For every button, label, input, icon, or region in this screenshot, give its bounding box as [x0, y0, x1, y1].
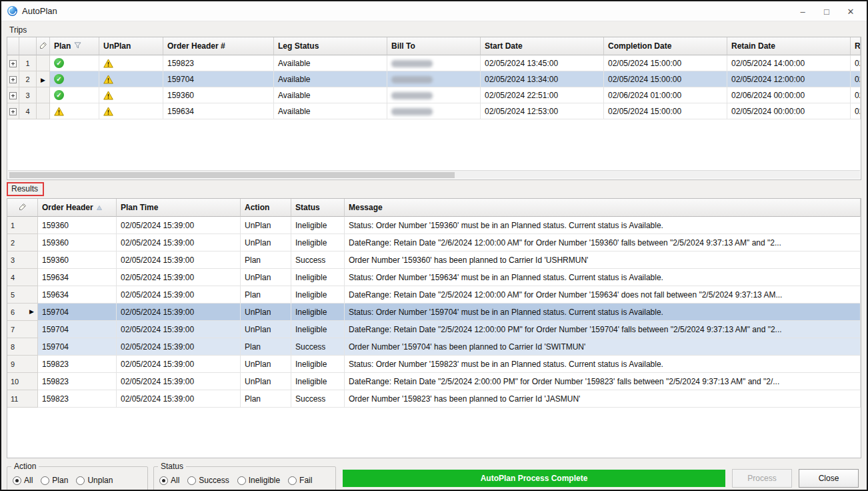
radio-icon [288, 476, 297, 485]
plan-status-cell: ✓ [50, 87, 99, 103]
plan-time-cell: 02/05/2024 15:39:00 [117, 234, 241, 252]
grid-customize-icon[interactable] [37, 37, 50, 55]
message-cell: DateRange: Retain Date "2/5/2024 2:00:00… [345, 373, 861, 390]
redacted-bill-to [391, 76, 433, 83]
row-number-cell: 2 [19, 71, 37, 87]
close-button[interactable]: Close [799, 469, 859, 488]
process-button[interactable]: Process [732, 469, 792, 488]
trips-column-header-plan[interactable]: Plan [50, 37, 99, 55]
plan-time-cell: 02/05/2024 15:39:00 [117, 252, 241, 269]
expand-cell[interactable] [7, 55, 19, 71]
trips-grid: PlanUnPlanOrder Header #Leg StatusBill T… [7, 37, 861, 180]
action-cell: UnPlan [241, 321, 291, 338]
results-column-header-status[interactable]: Status [291, 199, 345, 217]
trips-column-header-retain-date[interactable]: Retain Date [727, 37, 851, 55]
results-group-label: Results [11, 184, 38, 193]
trips-row[interactable]: 3✓159360Available02/05/2024 22:51:0002/0… [7, 87, 861, 103]
bill-to-cell [387, 103, 481, 119]
maximize-button[interactable]: □ [815, 1, 839, 21]
results-row[interactable]: 315936002/05/2024 15:39:00PlanSuccessOrd… [7, 252, 861, 269]
window-controls: – □ ✕ [791, 1, 863, 21]
unplan-status-cell [99, 55, 163, 71]
results-column-header-message[interactable]: Message [345, 199, 861, 217]
trips-horizontal-scrollbar[interactable] [8, 170, 860, 179]
status-cell: Success [291, 252, 345, 269]
radio-label: Success [199, 476, 229, 485]
current-row-marker: ▶ [41, 77, 45, 83]
results-row[interactable]: 6▶15970402/05/2024 15:39:00UnPlanIneligi… [7, 304, 861, 321]
status-radio-all[interactable]: All [159, 476, 179, 485]
expand-plus-icon[interactable] [9, 60, 17, 67]
results-row[interactable]: 1115982302/05/2024 15:39:00PlanSuccessOr… [7, 390, 861, 408]
trips-column-header-completion-date[interactable]: Completion Date [604, 37, 727, 55]
start-date-cell: 02/05/2024 22:51:00 [481, 87, 604, 103]
start-date-cell: 02/05/2024 12:53:00 [481, 103, 604, 119]
results-row[interactable]: 915982302/05/2024 15:39:00UnPlanIneligib… [7, 356, 861, 373]
trips-column-header-order-header[interactable]: Order Header # [163, 37, 274, 55]
close-window-button[interactable]: ✕ [839, 1, 863, 21]
action-cell: UnPlan [241, 234, 291, 252]
action-radio-unplan[interactable]: Unplan [76, 476, 113, 485]
warning-triangle-icon [103, 75, 113, 84]
trips-row[interactable]: 2▶✓159704Available02/05/2024 13:34:0002/… [7, 71, 861, 87]
results-row[interactable]: 715970402/05/2024 15:39:00UnPlanIneligib… [7, 321, 861, 338]
expand-plus-icon[interactable] [9, 76, 17, 83]
action-cell: Plan [241, 338, 291, 356]
row-number-cell: 4 [19, 103, 37, 119]
trips-column-header-r[interactable]: R [851, 37, 861, 55]
order-header-cell: 159823 [38, 356, 117, 373]
status-radio-ineligible[interactable]: Ineligible [237, 476, 280, 485]
progress-bar: AutoPlan Process Complete [343, 470, 725, 487]
trips-row[interactable]: 1✓159823Available02/05/2024 13:45:0002/0… [7, 55, 861, 71]
trips-column-header-start-date[interactable]: Start Date [481, 37, 604, 55]
expand-cell[interactable] [7, 87, 19, 103]
results-row[interactable]: 115936002/05/2024 15:39:00UnPlanIneligib… [7, 217, 861, 234]
results-row[interactable]: 215936002/05/2024 15:39:00UnPlanIneligib… [7, 234, 861, 252]
results-row[interactable]: 1015982302/05/2024 15:39:00UnPlanIneligi… [7, 373, 861, 390]
scrollbar-thumb[interactable] [9, 172, 455, 178]
action-radio-plan[interactable]: Plan [41, 476, 68, 485]
plan-time-cell: 02/05/2024 15:39:00 [117, 338, 241, 356]
title-bar: AutoPlan – □ ✕ [1, 1, 867, 21]
results-grid-body: 115936002/05/2024 15:39:00UnPlanIneligib… [7, 217, 861, 408]
trips-column-header-leg-status[interactable]: Leg Status [274, 37, 387, 55]
order-header-cell: 159360 [38, 217, 117, 234]
expand-column-header [7, 37, 19, 55]
unplan-status-cell [99, 71, 163, 87]
retain-date-cell: 02/05/2024 12:00:00 [727, 71, 851, 87]
results-row[interactable]: 815970402/05/2024 15:39:00PlanSuccessOrd… [7, 338, 861, 356]
radio-icon [41, 476, 49, 485]
results-column-header-plan-time[interactable]: Plan Time [117, 199, 241, 217]
action-group-label: Action [11, 462, 39, 471]
plan-time-cell: 02/05/2024 15:39:00 [117, 304, 241, 321]
results-column-header-action[interactable]: Action [241, 199, 291, 217]
results-row[interactable]: 515963402/05/2024 15:39:00PlanIneligible… [7, 286, 861, 304]
trips-column-header-unplan[interactable]: UnPlan [99, 37, 163, 55]
leg-status-cell: Available [274, 55, 387, 71]
sort-ascending-icon [97, 203, 102, 212]
completion-date-cell: 02/05/2024 15:00:00 [604, 55, 727, 71]
grid-customize-icon[interactable] [7, 199, 38, 217]
trips-row[interactable]: 4159634Available02/05/2024 12:53:0002/05… [7, 103, 861, 119]
status-radio-success[interactable]: Success [187, 476, 229, 485]
status-group-label: Status [158, 462, 186, 471]
action-radio-all[interactable]: All [13, 476, 33, 485]
clipped-column-cell: 02 [851, 55, 861, 71]
leg-status-cell: Available [274, 71, 387, 87]
row-number-cell: 7 [7, 321, 38, 338]
expand-plus-icon[interactable] [9, 108, 17, 115]
app-icon [7, 5, 18, 17]
expand-plus-icon[interactable] [9, 92, 17, 99]
bill-to-cell [387, 87, 481, 103]
row-number-cell: 4 [7, 269, 38, 286]
filter-funnel-icon[interactable] [74, 41, 81, 51]
results-column-header-order-header[interactable]: Order Header [38, 199, 117, 217]
current-row-marker: ▶ [29, 309, 34, 315]
trips-column-header-bill-to[interactable]: Bill To [387, 37, 481, 55]
minimize-button[interactable]: – [791, 1, 815, 21]
expand-cell[interactable] [7, 71, 19, 87]
row-number-cell: 10 [7, 373, 38, 390]
status-radio-fail[interactable]: Fail [288, 476, 312, 485]
expand-cell[interactable] [7, 103, 19, 119]
results-row[interactable]: 415963402/05/2024 15:39:00UnPlanIneligib… [7, 269, 861, 286]
